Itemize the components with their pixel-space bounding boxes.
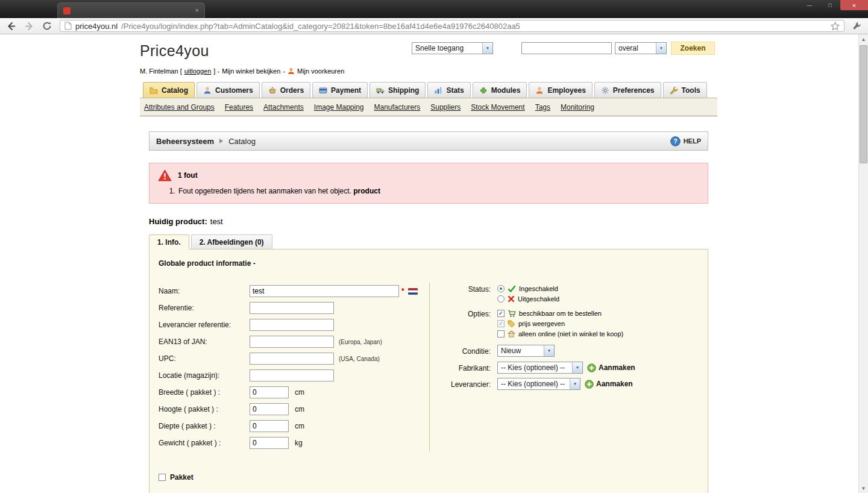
tab-label: Catalog	[162, 86, 188, 95]
price-tag-icon	[508, 320, 515, 328]
gewicht-unit: kg	[295, 439, 303, 447]
pakket-label: Pakket	[170, 473, 193, 482]
search-scope-select[interactable]: overal ▼	[615, 42, 667, 54]
diepte-input[interactable]	[250, 420, 289, 432]
submenu-attributes-and-groups[interactable]: Attributes and Groups	[144, 103, 215, 111]
view-shop-link[interactable]: Mijn winkel bekijken	[222, 68, 280, 75]
manufacturer-select[interactable]: -- Kies (optioneel) -- ▼	[497, 362, 583, 374]
tab-tools[interactable]: Tools	[663, 82, 707, 98]
tab-catalog[interactable]: Catalog	[143, 82, 195, 98]
tab-modules[interactable]: Modules	[473, 82, 527, 98]
search-submit-button[interactable]: Zoeken	[671, 42, 715, 55]
current-product-label: Huidig product:	[149, 217, 207, 226]
breedte-input[interactable]	[250, 386, 289, 398]
leverancier-referentie-input[interactable]	[250, 319, 334, 331]
form-row-referentie: Referentie:	[159, 300, 429, 316]
breadcrumb-arrow-icon	[219, 139, 223, 143]
submenu-features[interactable]: Features	[225, 103, 253, 111]
browser-tab[interactable]: ×	[57, 2, 205, 18]
tab-employees[interactable]: Employees	[529, 82, 592, 98]
submenu-suppliers[interactable]: Suppliers	[430, 103, 461, 111]
form-row-diepte: Diepte ( pakket ) : cm	[159, 418, 429, 435]
dash-separator: -	[283, 68, 285, 75]
window-close-button[interactable]: ×	[840, 0, 868, 10]
bookmark-star-icon[interactable]	[831, 22, 840, 31]
scroll-down-icon[interactable]: ▼	[859, 483, 868, 493]
back-icon[interactable]	[6, 21, 16, 31]
submenu-tags[interactable]: Tags	[535, 103, 550, 111]
submenu-monitoring[interactable]: Monitoring	[561, 103, 594, 111]
admin-search-input[interactable]	[521, 42, 612, 54]
add-supplier-link[interactable]: Aanmaken	[585, 380, 633, 389]
tab-close-icon[interactable]: ×	[195, 7, 199, 14]
supplier-value: -- Kies (optioneel) --	[498, 380, 570, 388]
help-label: HELP	[684, 137, 701, 145]
online-only-option: alleen online (niet in winkel te koop)	[497, 329, 623, 339]
tab-info[interactable]: 1. Info.	[149, 234, 189, 250]
tab-payment[interactable]: Payment	[312, 82, 368, 98]
pakket-checkbox[interactable]	[159, 474, 166, 481]
add-manufacturer-link[interactable]: Aanmaken	[587, 363, 635, 372]
product-form-panel: Globale product informatie - Naam: * Ref…	[149, 249, 708, 493]
hoogte-unit: cm	[295, 405, 304, 413]
required-asterisk: *	[401, 287, 404, 295]
forward-icon[interactable]	[24, 21, 34, 31]
referentie-input[interactable]	[250, 302, 334, 314]
reload-icon[interactable]	[42, 21, 52, 31]
payment-icon	[319, 86, 327, 95]
scrollbar-thumb[interactable]	[860, 45, 867, 163]
page-scrollbar[interactable]: ▲ ▼	[858, 34, 868, 493]
url-domain: price4you.nl	[75, 22, 118, 31]
locatie-label: Locatie (magazijn):	[159, 371, 250, 380]
show-price-checkbox[interactable]	[497, 320, 505, 327]
quick-access-select[interactable]: Snelle toegang ▼	[412, 42, 493, 54]
search-scope-value: overal	[615, 44, 656, 52]
breadcrumb-root[interactable]: Beheersysteem	[156, 137, 214, 146]
supplier-select[interactable]: -- Kies (optioneel) -- ▼	[497, 378, 580, 390]
url-bar[interactable]: price4you.nl /Price4you/login/index.php?…	[60, 20, 844, 32]
submenu-image-mapping[interactable]: Image Mapping	[314, 103, 364, 111]
hoogte-input[interactable]	[250, 403, 289, 415]
tab-customers[interactable]: Customers	[197, 82, 260, 98]
help-icon: ?	[670, 136, 681, 146]
naam-input[interactable]	[250, 285, 399, 297]
form-row-gewicht: Gewicht ( pakket ) : kg	[159, 435, 429, 451]
tab-preferences[interactable]: Preferences	[594, 82, 661, 98]
check-icon	[508, 285, 516, 293]
user-info-line: M. Fintelman [ uitloggen ] - Mijn winkel…	[140, 68, 717, 75]
ean13-input[interactable]	[250, 336, 334, 348]
form-columns: Naam: * Referentie: Leverancier referent…	[159, 283, 699, 451]
scroll-up-icon[interactable]: ▲	[859, 34, 868, 44]
locatie-input[interactable]	[250, 369, 334, 382]
upc-input[interactable]	[250, 353, 334, 365]
wrench-menu-icon[interactable]	[852, 21, 862, 31]
nl-flag-icon[interactable]	[408, 288, 418, 295]
tab-images[interactable]: 2. Afbeeldingen (0)	[191, 234, 272, 250]
site-favicon	[63, 7, 71, 14]
status-enabled-radio[interactable]	[497, 285, 505, 292]
help-button[interactable]: ? HELP	[670, 136, 701, 146]
error-message: Fout opgetreden tijdens het aanmaken van…	[178, 187, 351, 195]
submenu-attachments[interactable]: Attachments	[263, 103, 304, 111]
online-only-checkbox[interactable]	[497, 330, 505, 338]
tab-stats[interactable]: Stats	[427, 82, 470, 98]
window-minimize-button[interactable]: —	[799, 0, 820, 10]
current-product-name: test	[210, 217, 223, 226]
status-disabled-radio[interactable]	[497, 295, 505, 303]
tab-shipping[interactable]: Shipping	[370, 82, 426, 98]
available-for-order-checkbox[interactable]	[497, 310, 505, 317]
submenu-stock-movement[interactable]: Stock Movement	[471, 103, 524, 111]
quick-access-value: Snelle toegang	[412, 44, 482, 52]
submenu-manufacturers[interactable]: Manufacturers	[374, 103, 421, 111]
error-object: product	[353, 187, 380, 195]
window-maximize-button[interactable]: □	[820, 0, 840, 10]
condition-select[interactable]: Nieuw ▼	[497, 345, 555, 357]
tab-label: Tools	[682, 86, 700, 95]
manufacturer-value: -- Kies (optioneel) --	[498, 363, 572, 372]
svg-text:?: ?	[673, 137, 677, 145]
gewicht-input[interactable]	[250, 437, 289, 449]
preferences-link[interactable]: Mijn voorkeuren	[297, 68, 344, 75]
logout-link[interactable]: uitloggen	[184, 68, 212, 75]
diepte-unit: cm	[295, 422, 304, 430]
tab-orders[interactable]: Orders	[262, 82, 310, 98]
